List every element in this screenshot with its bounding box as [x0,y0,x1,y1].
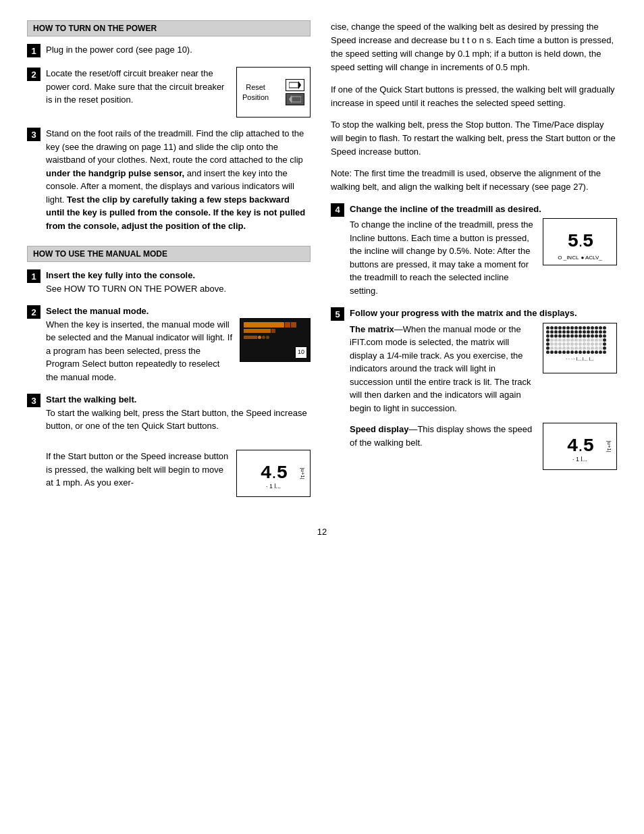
arrow-card-1 [286,79,304,91]
manual-step3-text1: To start the walking belt, press the Sta… [46,407,311,433]
matrix-text: The matrix—When the manual mode or the i… [350,323,536,415]
manual-step2-block: 2 Select the manual mode. When the key i… [27,305,311,384]
section2-header: HOW TO USE THE MANUAL MODE [27,246,311,262]
manual-step2-header: Select the manual mode. [46,305,311,318]
step1-num: 1 [27,44,41,57]
incline-display: 5.5 O _INCL ● ACLV_ [543,218,617,265]
right-para4: Note: The first time the treadmill is us… [331,167,617,194]
right-column: cise, change the speed of the walking be… [331,20,617,506]
manual-step2-content: Select the manual mode. When the key is … [46,305,311,384]
step3-content: Stand on the foot rails of the treadmill… [46,127,311,232]
manual-step3-text2: If the Start button or the Speed increas… [46,450,230,490]
right-step5-header: Follow your progress with the matrix and… [350,307,617,320]
right-step4-num: 4 [331,203,344,217]
step3-num: 3 [27,128,41,141]
page-number: 12 [27,527,617,537]
step3-block: 3 Stand on the foot rails of the treadmi… [27,127,311,232]
speed-display-right: 4.5 |u+1| · 1 l... [543,423,617,470]
manual-step3-block: 3 Start the walking belt. To start the w… [27,393,311,497]
right-para1: cise, change the speed of the walking be… [331,20,617,75]
right-step5-block: 5 Follow your progress with the matrix a… [331,307,617,470]
section1-header: HOW TO TURN ON THE POWER [27,20,311,36]
manual-step1-num: 1 [27,269,41,283]
svg-marker-1 [298,81,301,89]
reset-position-diagram: ResetPosition [236,67,311,118]
arrow-card-2 [286,93,304,105]
step2-block: 2 Locate the reset/off circuit breaker n… [27,67,311,118]
right-para3: To stop the walking belt, press the Stop… [331,118,617,159]
step1-block: 1 Plug in the power cord (see page 10). [27,43,311,57]
manual-step3-content: Start the walking belt. To start the wal… [46,393,311,497]
right-step4-block: 4 Change the incline of the treadmill as… [331,203,617,298]
step3-text1: Stand on the foot rails of the treadmill… [46,128,304,165]
manual-console-diagram: 10 [240,318,311,362]
speed-unit-bottom-left: · 1 l... [237,482,310,492]
incline-bottom-text: O _INCL ● ACLV_ [543,254,616,262]
step3-bold1: under the handgrip pulse sensor, [46,168,184,178]
manual-step1-content: Insert the key fully into the console. S… [46,269,311,295]
matrix-display: · · · · l... l... l... [543,323,617,373]
speed-number-right: 4.5 [567,437,593,456]
right-para2: If one of the Quick Start buttons is pre… [331,83,617,110]
step1-content: Plug in the power cord (see page 10). [46,43,311,57]
manual-step3-num: 3 [27,394,41,407]
step2-text: Locate the reset/off circuit breaker nea… [46,67,230,107]
speed-display-left: 4.5 |u+1| · 1 l... [236,450,311,497]
svg-rect-2 [292,97,301,102]
speed-unit-bottom-right: · 1 l... [543,455,616,465]
page-layout: HOW TO TURN ON THE POWER 1 Plug in the p… [27,20,617,506]
step1-text: Plug in the power cord (see page 10). [46,45,192,55]
right-step4-text: To change the incline of the treadmill, … [350,218,536,297]
reset-label: ResetPosition [242,82,269,102]
speed-number-left: 4.5 [261,464,286,483]
right-step4-header: Change the incline of the treadmill as d… [350,203,617,216]
incline-number: 5.5 [567,232,592,251]
manual-step2-text-span: When the key is inserted, the manual mod… [46,319,232,382]
right-step5-content: Follow your progress with the matrix and… [350,307,617,470]
step2-content: Locate the reset/off circuit breaker nea… [46,67,311,118]
manual-bottom-value: 10 [295,346,307,359]
reset-arrow-group [286,79,304,105]
step2-num: 2 [27,68,41,81]
svg-marker-3 [289,95,292,103]
manual-step1-block: 1 Insert the key fully into the console.… [27,269,311,295]
left-column: HOW TO TURN ON THE POWER 1 Plug in the p… [27,20,311,506]
step3-bold2: Test the clip by carefully taking a few … [46,194,305,231]
matrix-bottom-text: · · · · l... l... l... [546,356,614,363]
speed-display-text: Speed display—This display shows the spe… [350,423,536,449]
right-step4-content: Change the incline of the treadmill as d… [350,203,617,298]
manual-step1-text: See HOW TO TURN ON THE POWER above. [46,282,311,296]
manual-step2-text: When the key is inserted, the manual mod… [46,318,233,384]
manual-step1-header: Insert the key fully into the console. [46,269,311,282]
speed-unit-side-left: |u+1| [298,467,306,479]
manual-step2-num: 2 [27,305,41,319]
speed-unit-side-right: |u+1| [605,440,613,452]
svg-rect-0 [289,82,298,88]
right-step5-num: 5 [331,307,344,321]
manual-step3-header: Start the walking belt. [46,393,311,407]
